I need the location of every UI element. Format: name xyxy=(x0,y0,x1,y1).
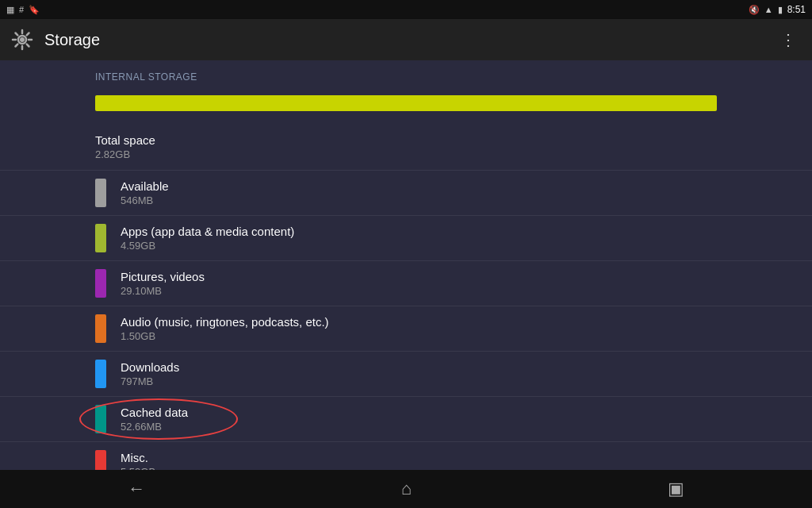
cached-value: 52.66MB xyxy=(121,421,188,433)
back-button[interactable]: ← xyxy=(109,472,164,506)
storage-items-list: Available546MBApps (app data & media con… xyxy=(0,171,812,470)
cached-label: Cached data xyxy=(121,406,188,419)
volume-mute-icon: 🔇 xyxy=(749,5,760,15)
audio-value: 1.50GB xyxy=(121,330,329,342)
total-space-row: Total space 2.82GB xyxy=(0,124,812,171)
total-space-label: Total space xyxy=(95,133,155,147)
status-bar-left: ▦ # 🔖 xyxy=(6,5,40,15)
storage-item-apps: Apps (app data & media content)4.59GB xyxy=(0,216,812,261)
status-time: 8:51 xyxy=(787,4,806,15)
available-value: 546MB xyxy=(121,194,169,206)
pictures-value: 29.10MB xyxy=(121,285,205,297)
apps-color-block xyxy=(95,224,106,252)
downloads-label: Downloads xyxy=(121,360,179,374)
internal-storage-header: INTERNAL STORAGE xyxy=(0,60,812,89)
total-space-info: Total space 2.82GB xyxy=(95,133,155,160)
notification-icon-2: # xyxy=(19,5,24,14)
apps-label: Apps (app data & media content) xyxy=(121,225,294,238)
storage-item-cached[interactable]: Cached data52.66MB xyxy=(0,397,812,442)
pictures-color-block xyxy=(95,269,106,298)
storage-item-audio: Audio (music, ringtones, podcasts, etc.)… xyxy=(0,306,812,352)
storage-item-misc: Misc.5.53GB xyxy=(0,442,812,470)
downloads-color-block xyxy=(95,360,106,388)
battery-icon: ▮ xyxy=(778,5,783,15)
apps-value: 4.59GB xyxy=(121,240,294,252)
settings-gear-icon xyxy=(10,27,35,52)
storage-bar-container xyxy=(0,89,812,124)
home-button[interactable]: ⌂ xyxy=(382,472,431,506)
pictures-label: Pictures, videos xyxy=(121,270,205,283)
notification-icon-3: 🔖 xyxy=(29,5,40,15)
recents-button[interactable]: ▣ xyxy=(649,472,703,506)
storage-usage-bar xyxy=(95,95,717,111)
misc-label: Misc. xyxy=(121,451,155,464)
cached-color-block xyxy=(95,405,106,433)
available-color-block xyxy=(95,179,106,207)
svg-point-1 xyxy=(20,37,25,42)
overflow-menu-button[interactable]: ⋮ xyxy=(774,27,802,52)
total-space-value: 2.82GB xyxy=(95,148,155,160)
storage-item-pictures: Pictures, videos29.10MB xyxy=(0,261,812,306)
wifi-icon: ▲ xyxy=(764,5,773,14)
nav-bar: ← ⌂ ▣ xyxy=(0,470,812,508)
notification-icon-1: ▦ xyxy=(6,5,14,15)
misc-color-block xyxy=(95,450,106,470)
available-label: Available xyxy=(121,179,169,193)
downloads-value: 797MB xyxy=(121,375,179,387)
status-bar-right: 🔇 ▲ ▮ 8:51 xyxy=(749,4,806,15)
page-title: Storage xyxy=(44,31,774,49)
audio-color-block xyxy=(95,314,106,343)
title-bar: Storage ⋮ xyxy=(0,19,812,60)
storage-item-available: Available546MB xyxy=(0,171,812,216)
content-area: INTERNAL STORAGE Total space 2.82GB Avai… xyxy=(0,60,812,470)
audio-label: Audio (music, ringtones, podcasts, etc.) xyxy=(121,315,329,329)
storage-item-downloads: Downloads797MB xyxy=(0,352,812,397)
status-bar: ▦ # 🔖 🔇 ▲ ▮ 8:51 xyxy=(0,0,812,19)
